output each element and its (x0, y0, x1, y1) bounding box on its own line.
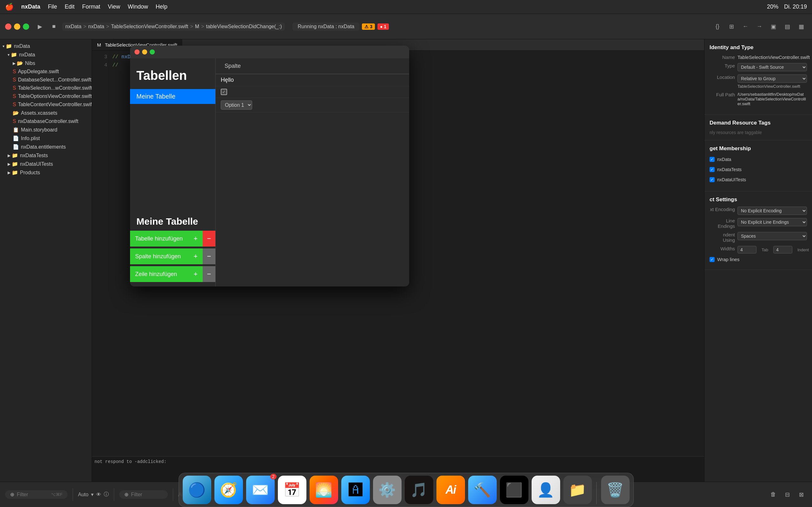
dock-calendar[interactable]: 📅 (278, 475, 306, 504)
inspector-lineendings-select[interactable]: No Explicit Line Endings (738, 218, 807, 226)
dock-xcode[interactable]: 🔨 (468, 475, 497, 504)
dock-files[interactable]: 📁 (563, 475, 592, 504)
inspector-location-select[interactable]: Relative to Group (738, 74, 807, 83)
tabelle-hinzufuegen-button[interactable]: Tabelle hinzufügen + (130, 231, 203, 246)
sim-maximize[interactable] (150, 49, 155, 55)
eye-icon[interactable]: 👁 (96, 492, 101, 498)
inspector-identity-title: Identity and Type (710, 44, 807, 51)
remove-table-button[interactable]: − (203, 231, 215, 246)
sidebar-item-infoplist[interactable]: 📄 Info.plist (0, 134, 92, 143)
back-button[interactable]: ← (740, 21, 751, 32)
inspector-type-label: Type (710, 63, 735, 68)
dock-contacts[interactable]: 👤 (531, 475, 560, 504)
dock-illustrator[interactable]: Ai (437, 475, 465, 504)
code-view-button[interactable]: {} (712, 21, 723, 32)
clear-console-button[interactable]: 🗑 (768, 489, 779, 500)
minimize-button[interactable] (14, 23, 20, 30)
maximize-button[interactable] (23, 23, 29, 30)
inspector-fullpath-value: /Users/sebastianlitfin/Desktop/nxData/nx… (738, 92, 807, 106)
dock-finder[interactable]: 🔵 (183, 475, 211, 504)
sim-table-header: Spalte (216, 58, 409, 74)
inspector-encoding-select[interactable]: No Explicit Encoding (738, 207, 807, 215)
dock-appstore[interactable]: 🅰 (341, 475, 370, 504)
close-button[interactable] (5, 23, 11, 30)
mail-badge: 2 (270, 474, 276, 480)
sidebar-item-storyboard[interactable]: 📋 Main.storyboard (0, 125, 92, 134)
format-menu[interactable]: Format (82, 3, 100, 10)
sim-option-select[interactable]: Option 1 Option 2 (221, 101, 252, 110)
sidebar-item-tableselection[interactable]: S TableSelection...wController.swift (0, 84, 92, 92)
apple-menu[interactable]: 🍎 (5, 3, 14, 11)
view-menu[interactable]: View (108, 3, 120, 10)
sim-minimize[interactable] (142, 49, 147, 55)
dock-trash[interactable]: 🗑️ (601, 475, 629, 504)
sidebar-item-tableoptions[interactable]: S TableOptionsViewController.swift (0, 92, 92, 101)
sidebar-item-nxdatatests[interactable]: ▶ 📁 nxDataTests (0, 151, 92, 160)
sidebar-item-nxdatauitests[interactable]: ▶ 📁 nxDataUITests (0, 160, 92, 168)
breadcrumb-file[interactable]: TableSelectionViewController.swift (111, 24, 188, 30)
sidebar-item-appdelegate[interactable]: S AppDelegate.swift (0, 67, 92, 76)
dock-photos[interactable]: 🌅 (310, 475, 338, 504)
target-nxdatauitests: ✓ nxDataUITests (710, 176, 807, 186)
sidebar-item-nxdata-root[interactable]: ▾ 📁 nxData (0, 42, 92, 50)
filter-input-left[interactable] (17, 492, 49, 498)
remove-column-button[interactable]: − (203, 248, 215, 264)
expand-button[interactable]: ⊠ (796, 489, 807, 500)
demand-tags-title: Demand Resource Tags (710, 120, 807, 126)
dock-spotify[interactable]: 🎵 (405, 475, 433, 504)
forward-button[interactable]: → (754, 21, 765, 32)
sidebar-item-nxdata[interactable]: ▾ 📁 nxData (0, 50, 92, 59)
wraplines-checkbox[interactable]: ✓ (710, 257, 715, 262)
play-button[interactable]: ▶ (34, 21, 46, 32)
sidebar-item-assets[interactable]: 📂 Assets.xcassets (0, 109, 92, 117)
inspector-encoding-label: xt Encoding (710, 207, 735, 212)
sim-cell-hello[interactable]: Hęllo (221, 77, 404, 83)
sidebar-item-dbcontroller[interactable]: S DatabaseSelect...Controller.swift (0, 76, 92, 84)
sim-close[interactable] (135, 49, 140, 55)
grid-button[interactable]: ⊞ (726, 21, 737, 32)
spalte-hinzufuegen-button[interactable]: Spalte hinzufügen + (130, 248, 203, 264)
target-label-uitests: nxDataUITests (717, 177, 746, 182)
target-checkbox-uitests[interactable]: ✓ (710, 177, 715, 182)
breadcrumb-nxdata2[interactable]: nxData (88, 24, 104, 30)
sidebar-item-entitlements[interactable]: 📄 nxData.entitlements (0, 143, 92, 151)
breadcrumb-method[interactable]: tableViewSelectionDidChange(_:) (206, 24, 282, 30)
sep3 (173, 488, 173, 501)
window-menu[interactable]: Window (128, 3, 148, 10)
panel-left-button[interactable]: ▣ (768, 21, 779, 32)
breadcrumb-nxdata1[interactable]: nxData (65, 24, 82, 30)
remove-row-button[interactable]: − (203, 266, 215, 282)
inspector-tab-width[interactable] (738, 246, 757, 253)
help-menu[interactable]: Help (156, 3, 167, 10)
inspector-indent-width[interactable] (773, 246, 792, 253)
file-navigator: ▾ 📁 nxData ▾ 📁 nxData ▶ 📂 Nibs S AppDele… (0, 39, 92, 482)
filter-icon-left: ⊕ (10, 492, 14, 498)
panel-right-button[interactable]: ▦ (796, 21, 807, 32)
inspector-type-select[interactable]: Default - Swift Source (738, 63, 807, 71)
file-menu[interactable]: File (48, 3, 57, 10)
sidebar-item-nibs[interactable]: ▶ 📂 Nibs (0, 59, 92, 67)
sidebar-item-dbcontroller2[interactable]: S nxDatabaseController.swift (0, 117, 92, 125)
inspector-indent-select[interactable]: Spaces (738, 232, 807, 240)
sidebar-item-tablecontent[interactable]: S TableContentViewControlller.swift (0, 101, 92, 109)
filter-input-mid[interactable] (131, 492, 163, 498)
sim-table-row-selected[interactable]: Meine Tabelle (130, 89, 215, 104)
target-checkbox-tests[interactable]: ✓ (710, 167, 715, 172)
target-checkbox-nxdata[interactable]: ✓ (710, 157, 715, 162)
edit-menu[interactable]: Edit (65, 3, 74, 10)
split-view-button[interactable]: ⊟ (781, 489, 793, 500)
sidebar-item-products[interactable]: ▶ 📁 Products (0, 168, 92, 177)
dock-terminal[interactable]: ⬛ (500, 475, 528, 504)
app-name[interactable]: nxData (21, 3, 40, 10)
dock-systemprefs[interactable]: ⚙️ (373, 475, 402, 504)
sim-cell-row-select: Option 1 Option 2 (216, 98, 409, 112)
dock-safari[interactable]: 🧭 (214, 475, 243, 504)
dock-mail[interactable]: ✉️ 2 (246, 475, 275, 504)
sim-left-panel: Tabellen Meine Tabelle Meine Tabelle Tab… (130, 58, 216, 286)
panel-bottom-button[interactable]: ▤ (781, 21, 793, 32)
zeile-hinzufuegen-button[interactable]: Zeile hinzufügen + (130, 266, 203, 282)
inspector-type-row: Type Default - Swift Source (710, 63, 807, 71)
sim-checkbox[interactable] (221, 89, 227, 95)
target-nxdatatests: ✓ nxDataTests (710, 166, 807, 176)
stop-button[interactable]: ■ (48, 21, 60, 32)
